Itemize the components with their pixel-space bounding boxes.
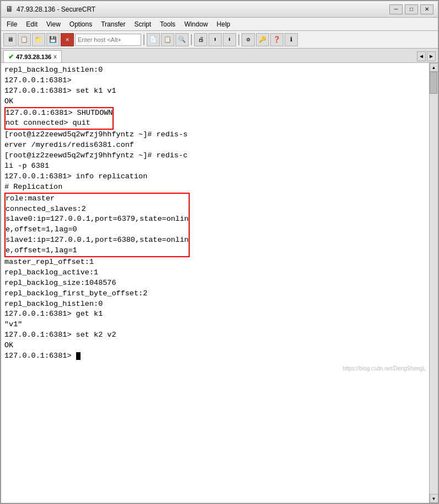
cursor <box>76 352 81 360</box>
terminal-line: OK <box>4 341 426 351</box>
toolbar-btn-key[interactable]: 🔑 <box>256 33 269 46</box>
toolbar-btn-3[interactable]: 📁 <box>32 33 45 46</box>
terminal-line: repl_backlog_histlen:0 <box>4 299 426 310</box>
highlight-box-2: role:master connected_slaves:2 slave0:ip… <box>4 193 190 257</box>
menu-file[interactable]: File <box>3 19 20 29</box>
toolbar-btn-info[interactable]: ℹ <box>285 33 298 46</box>
terminal-line: 127.0.0.1:6381> SHUTDOWN <box>6 108 113 119</box>
toolbar-btn-download[interactable]: ⬇ <box>223 33 236 46</box>
scrollbar-up-button[interactable]: ▲ <box>430 63 438 72</box>
terminal-line: slave0:ip=127.0.0.1,port=6379,state=onli… <box>6 214 189 225</box>
terminal-wrapper: repl_backlog_histlen:0 127.0.0.1:6381> 1… <box>1 63 438 503</box>
toolbar: 🖥 📋 📁 💾 ✕ 📄 📋 🔍 🖨 ⬆ ⬇ ⚙ 🔑 ❓ ℹ <box>1 31 438 49</box>
tab-bar: ✔ 47.93.28.136 x ◀ ▶ <box>1 49 438 63</box>
terminal-line: # Replication <box>4 182 426 193</box>
main-window: 🖥 47.93.28.136 - SecureCRT ─ □ ✕ File Ed… <box>0 0 439 504</box>
window-icon: 🖥 <box>6 5 13 14</box>
menu-edit[interactable]: Edit <box>23 19 41 29</box>
terminal-line: e,offset=1,lag=1 <box>6 246 189 256</box>
menu-help[interactable]: Help <box>213 19 234 29</box>
toolbar-btn-print[interactable]: 🖨 <box>194 33 207 46</box>
terminal-line: repl_backlog_histlen:0 <box>4 65 426 76</box>
watermark-spacer: https://blog.csdn.net/DengShengL <box>4 362 426 373</box>
terminal-line: OK <box>4 97 426 107</box>
toolbar-btn-copy[interactable]: 📄 <box>147 33 160 46</box>
terminal-line: e,offset=1,lag=0 <box>6 225 189 235</box>
maximize-button[interactable]: □ <box>405 4 418 14</box>
terminal-line: erver /myredis/redis6381.conf <box>4 140 426 151</box>
tab-next-button[interactable]: ▶ <box>427 51 436 61</box>
toolbar-btn-4[interactable]: 💾 <box>46 33 60 46</box>
tab-prev-button[interactable]: ◀ <box>417 51 426 61</box>
menu-bar: File Edit View Options Transfer Script T… <box>1 18 438 31</box>
window-title: 47.93.28.136 - SecureCRT <box>17 6 95 13</box>
title-bar: 🖥 47.93.28.136 - SecureCRT ─ □ ✕ <box>1 1 438 18</box>
tab-label: 47.93.28.136 <box>16 54 51 60</box>
menu-script[interactable]: Script <box>131 19 154 29</box>
terminal-line: "v1" <box>4 320 426 330</box>
toolbar-btn-1[interactable]: 🖥 <box>3 33 17 46</box>
tab-close-button[interactable]: x <box>53 54 57 60</box>
toolbar-btn-paste[interactable]: 📋 <box>161 33 174 46</box>
terminal-line: 127.0.0.1:6381> <box>4 351 426 362</box>
tab-nav: ◀ ▶ <box>417 51 436 62</box>
menu-tools[interactable]: Tools <box>157 19 179 29</box>
toolbar-btn-upload[interactable]: ⬆ <box>208 33 222 46</box>
toolbar-separator-1 <box>143 34 144 45</box>
watermark: https://blog.csdn.net/DengShengL <box>342 365 426 373</box>
menu-window[interactable]: Window <box>181 19 211 29</box>
terminal-line: li -p 6381 <box>4 161 426 172</box>
terminal-line: role:master <box>6 194 189 204</box>
terminal-line: 127.0.0.1:6381> info replication <box>4 172 426 182</box>
scrollbar-thumb[interactable] <box>430 72 437 94</box>
menu-options[interactable]: Options <box>66 19 95 29</box>
toolbar-separator-3 <box>238 34 239 45</box>
terminal-line: slave1:ip=127.0.0.1,port=6380,state=onli… <box>6 235 189 246</box>
menu-view[interactable]: View <box>43 19 64 29</box>
terminal-line: connected_slaves:2 <box>6 204 189 215</box>
green-check-icon: ✔ <box>8 53 14 61</box>
toolbar-btn-find[interactable]: 🔍 <box>175 33 189 46</box>
title-buttons: ─ □ ✕ <box>389 4 433 14</box>
terminal-line: repl_backlog_first_byte_offset:2 <box>4 289 426 299</box>
terminal-line: not connected> quit <box>6 118 113 129</box>
host-input[interactable] <box>75 34 141 46</box>
scrollbar: ▲ ▼ <box>429 63 438 503</box>
terminal-line: repl_backlog_active:1 <box>4 268 426 278</box>
toolbar-btn-5[interactable]: ✕ <box>61 33 74 46</box>
terminal-line: repl_backlog_size:1048576 <box>4 278 426 289</box>
toolbar-btn-2[interactable]: 📋 <box>18 33 31 46</box>
terminal[interactable]: repl_backlog_histlen:0 127.0.0.1:6381> 1… <box>1 63 429 503</box>
toolbar-separator-2 <box>191 34 192 45</box>
scrollbar-track[interactable] <box>430 72 438 494</box>
tab-bar-left: ✔ 47.93.28.136 x <box>3 50 62 62</box>
terminal-line: 127.0.0.1:6381> <box>4 76 426 86</box>
scrollbar-down-button[interactable]: ▼ <box>430 494 438 503</box>
terminal-line: 127.0.0.1:6381> get k1 <box>4 309 426 320</box>
menu-transfer[interactable]: Transfer <box>98 19 129 29</box>
toolbar-btn-settings[interactable]: ⚙ <box>242 33 255 46</box>
close-button[interactable]: ✕ <box>420 4 433 14</box>
terminal-line: master_repl_offset:1 <box>4 257 426 268</box>
terminal-line: [root@iz2zeewd5q2wfzj9hhfyntz ~]# redis-… <box>4 151 426 161</box>
terminal-line: [root@iz2zeewd5q2wfzj9hhfyntz ~]# redis-… <box>4 130 426 140</box>
toolbar-btn-help[interactable]: ❓ <box>270 33 283 46</box>
title-bar-left: 🖥 47.93.28.136 - SecureCRT <box>6 5 95 14</box>
terminal-line: 127.0.0.1:6381> set k2 v2 <box>4 330 426 341</box>
terminal-line: 127.0.0.1:6381> set k1 v1 <box>4 86 426 97</box>
highlight-box-1: 127.0.0.1:6381> SHUTDOWN not connected> … <box>4 107 114 130</box>
minimize-button[interactable]: ─ <box>389 4 403 14</box>
tab-main[interactable]: ✔ 47.93.28.136 x <box>3 50 62 62</box>
